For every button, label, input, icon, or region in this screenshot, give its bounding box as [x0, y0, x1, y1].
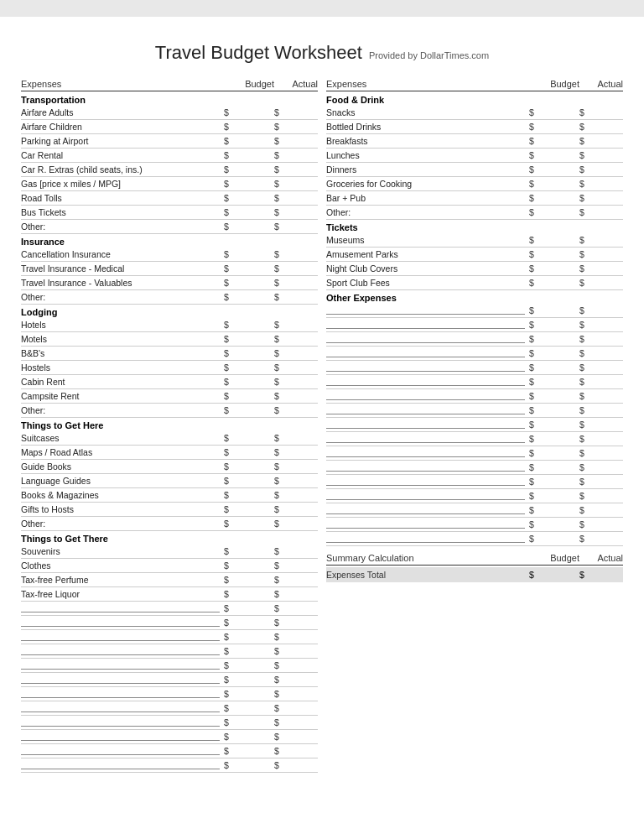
section-food-drink: Food & Drink [326, 95, 623, 105]
section-tickets: Tickets [326, 222, 623, 232]
empty-row: $$ [326, 404, 623, 418]
table-row: Cancellation Insurance$$ [21, 248, 318, 262]
columns: Expenses Budget Actual Transportation Ai… [21, 79, 623, 773]
table-row: Snacks$$ [326, 106, 623, 120]
empty-row: $$ [326, 475, 623, 489]
table-row: Breakfasts$$ [326, 134, 623, 149]
table-row: Car R. Extras (child seats, ins.)$$ [21, 163, 318, 177]
left-col-header: Expenses Budget Actual [21, 79, 318, 91]
main-title: Travel Budget Worksheet [155, 42, 362, 64]
expenses-total-row: Expenses Total $ $ [326, 567, 623, 582]
table-row: Campsite Rent$$ [21, 389, 318, 404]
table-row: Maps / Road Atlas$$ [21, 446, 318, 460]
table-row: Other:$$ [21, 220, 318, 234]
right-column: Expenses Budget Actual Food & Drink Snac… [326, 79, 623, 773]
expenses-total-budget-dollar: $ [529, 570, 538, 580]
empty-row: $$ [326, 389, 623, 404]
empty-row: $$ [326, 418, 623, 432]
empty-row: $$ [326, 332, 623, 347]
table-row: Airfare Children$$ [21, 120, 318, 134]
table-row: Night Club Covers$$ [326, 262, 623, 276]
summary-budget-label: Budget [536, 553, 579, 563]
left-column: Expenses Budget Actual Transportation Ai… [21, 79, 318, 773]
empty-row: $$ [326, 489, 623, 503]
page: Travel Budget Worksheet Provided by Doll… [0, 17, 644, 834]
table-row: Hostels$$ [21, 361, 318, 375]
empty-row: $$ [326, 318, 623, 332]
empty-row: $$ [21, 687, 318, 701]
empty-row: $$ [21, 630, 318, 644]
table-row: Travel Insurance - Medical$$ [21, 262, 318, 276]
table-row: Bottled Drinks$$ [326, 120, 623, 134]
section-things-get-there: Things to Get There [21, 534, 318, 544]
summary-section: Summary Calculation Budget Actual Expens… [326, 553, 623, 582]
table-row: Books & Magazines$$ [21, 488, 318, 503]
expenses-total-label: Expenses Total [326, 570, 529, 580]
left-budget-label: Budget [231, 79, 274, 89]
table-row: Dinners$$ [326, 163, 623, 177]
right-actual-label: Actual [579, 79, 623, 89]
table-row: Airfare Adults$$ [21, 106, 318, 120]
empty-row: $$ [21, 673, 318, 687]
table-row: Language Guides$$ [21, 474, 318, 488]
section-transportation: Transportation [21, 95, 318, 105]
empty-row: $$ [21, 744, 318, 758]
empty-row: $$ [21, 602, 318, 616]
empty-row: $$ [326, 518, 623, 532]
empty-row: $$ [21, 701, 318, 716]
empty-row: $$ [326, 446, 623, 461]
empty-row: $$ [21, 730, 318, 744]
expenses-total-actual-dollar: $ [579, 570, 588, 580]
empty-row: $$ [326, 304, 623, 318]
table-row: Tax-free Perfume$$ [21, 573, 318, 587]
empty-row: $$ [21, 758, 318, 773]
section-other-expenses: Other Expenses [326, 293, 623, 303]
table-row: Travel Insurance - Valuables$$ [21, 276, 318, 290]
section-lodging: Lodging [21, 307, 318, 317]
table-row: Groceries for Cooking$$ [326, 177, 623, 191]
table-row: Guide Books$$ [21, 460, 318, 474]
empty-row: $$ [21, 716, 318, 730]
table-row: Lunches$$ [326, 149, 623, 163]
empty-row: $$ [21, 644, 318, 659]
table-row: Other:$$ [21, 404, 318, 418]
empty-row: $$ [326, 361, 623, 375]
table-row: Museums$$ [326, 233, 623, 248]
right-expenses-label: Expenses [326, 79, 536, 89]
table-row: Bus Tickets$$ [21, 206, 318, 220]
left-expenses-label: Expenses [21, 79, 231, 89]
summary-actual-label: Actual [579, 553, 623, 563]
title-row: Travel Budget Worksheet Provided by Doll… [21, 42, 623, 64]
summary-label: Summary Calculation [326, 553, 536, 563]
empty-row: $$ [326, 347, 623, 361]
table-row: Gas [price x miles / MPG]$$ [21, 177, 318, 191]
right-col-header: Expenses Budget Actual [326, 79, 623, 91]
table-row: Other:$$ [21, 290, 318, 305]
table-row: Cabin Rent$$ [21, 375, 318, 389]
table-row: Amusement Parks$$ [326, 248, 623, 262]
table-row: Parking at Airport$$ [21, 134, 318, 149]
table-row: Road Tolls$$ [21, 191, 318, 206]
subtitle: Provided by DollarTimes.com [369, 50, 489, 60]
table-row: Motels$$ [21, 332, 318, 347]
empty-row: $$ [326, 532, 623, 546]
table-row: Hotels$$ [21, 318, 318, 332]
empty-row: $$ [21, 659, 318, 673]
empty-row: $$ [326, 432, 623, 446]
table-row: Tax-free Liquor$$ [21, 587, 318, 602]
table-row: Other:$$ [21, 517, 318, 531]
table-row: Sport Club Fees$$ [326, 276, 623, 290]
right-budget-label: Budget [536, 79, 579, 89]
empty-row: $$ [21, 616, 318, 630]
empty-row: $$ [326, 375, 623, 389]
table-row: Car Rental$$ [21, 149, 318, 163]
table-row: B&B's$$ [21, 347, 318, 361]
table-row: Other:$$ [326, 206, 623, 220]
left-actual-label: Actual [274, 79, 318, 89]
table-row: Gifts to Hosts$$ [21, 503, 318, 517]
table-row: Clothes$$ [21, 559, 318, 573]
table-row: Bar + Pub$$ [326, 191, 623, 206]
section-insurance: Insurance [21, 237, 318, 247]
table-row: Suitcases$$ [21, 431, 318, 446]
table-row: Souvenirs$$ [21, 545, 318, 559]
